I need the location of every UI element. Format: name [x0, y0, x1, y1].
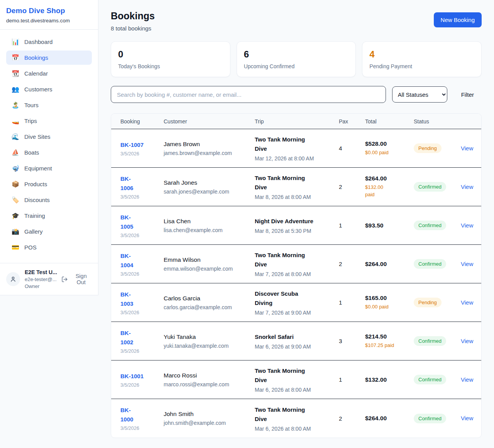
sidebar-item-tours[interactable]: 🏝️ Tours — [6, 98, 92, 112]
diving-mask-icon: 🤿 — [12, 165, 19, 172]
trip-name: Snorkel Safari — [255, 332, 339, 342]
customer-name: Lisa Chen — [164, 218, 255, 225]
booking-date: 3/5/2026 — [120, 233, 164, 238]
sidebar-item-calendar[interactable]: 📆 Calendar — [6, 66, 92, 81]
booking-cell: BK- 1003 3/5/2026 — [120, 290, 164, 315]
search-input[interactable] — [111, 86, 386, 103]
booking-id-link[interactable]: BK-1007 — [120, 140, 144, 150]
filter-button[interactable]: Filter — [453, 88, 482, 101]
stats-cards: 0 Today's Bookings 6 Upcoming Confirmed … — [111, 41, 482, 77]
total-cell: $165.00 $0.00 paid — [365, 295, 414, 311]
sign-out-button[interactable]: Sign Out — [61, 273, 92, 285]
stat-value: 4 — [369, 49, 474, 60]
tag-icon: 🏷️ — [12, 196, 19, 204]
table-row: BK- 1006 3/5/2026 Sarah Jones sarah.jone… — [111, 168, 481, 206]
pax-value: 1 — [339, 299, 365, 306]
view-link[interactable]: View — [461, 184, 473, 190]
trip-cell: Snorkel Safari Mar 6, 2026 at 9:00 AM — [255, 332, 339, 350]
booking-cell: BK- 1005 3/5/2026 — [120, 213, 164, 238]
customer-cell: James Brown james.brown@example.com — [164, 141, 255, 156]
view-link[interactable]: View — [461, 376, 473, 383]
people-icon: 👥 — [12, 86, 19, 93]
customer-cell: Carlos Garcia carlos.garcia@example.com — [164, 295, 255, 310]
actions-cell: View — [461, 376, 473, 383]
status-filter-select[interactable]: All Statuses — [392, 86, 447, 103]
logout-icon — [61, 276, 68, 283]
column-header-pax: Pax — [339, 118, 365, 125]
trip-cell: Night Dive Adventure Mar 8, 2026 at 5:30… — [255, 217, 339, 234]
sidebar-item-label: Products — [24, 181, 47, 187]
page-subtitle: 8 total bookings — [111, 25, 155, 32]
sidebar-item-label: Tours — [24, 102, 39, 108]
view-link[interactable]: View — [461, 222, 473, 229]
customer-email: yuki.tanaka@example.com — [164, 343, 255, 349]
sidebar-item-discounts[interactable]: 🏷️ Discounts — [6, 193, 92, 207]
sidebar-item-training[interactable]: 🎓 Training — [6, 209, 92, 223]
booking-id-link[interactable]: BK- 1000 — [120, 406, 133, 424]
package-icon: 📦 — [12, 180, 19, 188]
sidebar-nav: 📊 Dashboard 📅 Bookings 📆 Calendar 👥 Cust… — [0, 30, 98, 260]
pax-value: 1 — [339, 222, 365, 229]
stat-card: 6 Upcoming Confirmed — [237, 41, 356, 77]
booking-cell: BK- 1000 3/5/2026 — [120, 406, 164, 431]
total-cell: $264.00 $132.00 paid — [365, 175, 414, 199]
trip-name: Two Tank Morning Dive — [255, 366, 339, 385]
view-link[interactable]: View — [461, 415, 473, 421]
sidebar-item-boats[interactable]: ⛵ Boats — [6, 145, 92, 160]
view-link[interactable]: View — [461, 299, 473, 306]
column-header-booking: Booking — [120, 118, 164, 125]
booking-date: 3/5/2026 — [120, 382, 164, 388]
stat-card: 0 Today's Bookings — [111, 41, 230, 77]
sidebar-footer: E2E Test U... e2e-tester@... Owner Sign … — [0, 263, 98, 295]
booking-id-link[interactable]: BK- 1003 — [120, 290, 133, 308]
sidebar-item-trips[interactable]: 🚤 Trips — [6, 114, 92, 128]
booking-cell: BK-1001 3/5/2026 — [120, 372, 164, 388]
trip-datetime: Mar 8, 2026 at 5:30 PM — [255, 228, 339, 234]
stat-label: Today's Bookings — [118, 63, 223, 69]
booking-id-link[interactable]: BK- 1004 — [120, 251, 133, 270]
island-icon: 🏝️ — [12, 101, 19, 109]
trip-cell: Two Tank Morning Dive Mar 6, 2026 at 8:0… — [255, 366, 339, 393]
sidebar-item-label: Discounts — [24, 197, 50, 203]
total-amount: $214.50 — [365, 333, 414, 340]
filters-toolbar: All Statuses Filter — [111, 86, 482, 103]
new-booking-button[interactable]: New Booking — [434, 12, 482, 27]
view-link[interactable]: View — [461, 261, 473, 267]
page-header: Bookings 8 total bookings New Booking — [111, 10, 482, 32]
sidebar-item-equipment[interactable]: 🤿 Equipment — [6, 161, 92, 175]
status-cell: Pending — [414, 298, 461, 307]
sidebar-item-dashboard[interactable]: 📊 Dashboard — [6, 35, 92, 49]
view-link[interactable]: View — [461, 338, 473, 344]
sidebar-item-gallery[interactable]: 📸 Gallery — [6, 224, 92, 239]
pax-value: 2 — [339, 184, 365, 190]
stat-value: 0 — [118, 49, 223, 60]
pax-value: 2 — [339, 415, 365, 422]
sidebar-item-dive-sites[interactable]: 🌊 Dive Sites — [6, 130, 92, 144]
booking-date: 3/5/2026 — [120, 151, 164, 157]
total-cell: $132.00 — [365, 376, 414, 383]
view-link[interactable]: View — [461, 145, 473, 152]
customer-email: lisa.chen@example.com — [164, 227, 255, 233]
total-cell: $264.00 — [365, 261, 414, 268]
customer-cell: Sarah Jones sarah.jones@example.com — [164, 179, 255, 195]
sidebar-item-products[interactable]: 📦 Products — [6, 177, 92, 191]
sidebar-item-pos[interactable]: 💳 POS — [6, 240, 92, 254]
sidebar-item-customers[interactable]: 👥 Customers — [6, 82, 92, 96]
trip-name: Two Tank Morning Dive — [255, 173, 339, 192]
booking-date: 3/5/2026 — [120, 426, 164, 431]
trip-cell: Discover Scuba Diving Mar 7, 2026 at 9:0… — [255, 289, 339, 316]
trip-cell: Two Tank Morning Dive Mar 8, 2026 at 8:0… — [255, 173, 339, 200]
stat-label: Upcoming Confirmed — [244, 63, 349, 69]
booking-date: 3/5/2026 — [120, 310, 164, 315]
booking-id-link[interactable]: BK- 1005 — [120, 213, 133, 231]
total-cell: $264.00 — [365, 415, 414, 422]
status-cell: Confirmed — [414, 414, 461, 423]
main-content: Bookings 8 total bookings New Booking 0 … — [98, 0, 494, 448]
booking-id-link[interactable]: BK-1001 — [120, 372, 144, 381]
user-email: e2e-tester@... — [25, 276, 57, 282]
sidebar-item-label: Calendar — [24, 70, 48, 77]
sidebar-item-bookings[interactable]: 📅 Bookings — [6, 51, 92, 65]
sidebar-item-label: Equipment — [24, 165, 52, 172]
booking-id-link[interactable]: BK- 1002 — [120, 328, 133, 347]
booking-id-link[interactable]: BK- 1006 — [120, 174, 133, 193]
